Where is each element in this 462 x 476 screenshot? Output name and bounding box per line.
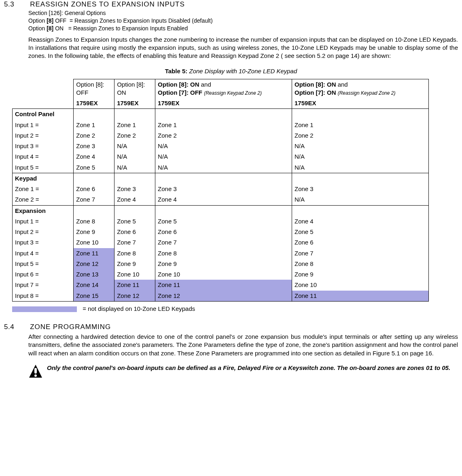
- cell: Zone 3: [114, 184, 155, 194]
- opt-bold: [8]: [47, 25, 53, 32]
- cell: Zone 8: [292, 259, 429, 269]
- cell: Zone 1: [74, 120, 114, 130]
- table-group-title-row: Expansion: [13, 205, 429, 216]
- section-subtitle: Section [126]: General Options: [28, 9, 458, 17]
- cell: Zone 4: [155, 194, 292, 205]
- option-line-off: Option [8] OFF = Reassign Zones to Expan…: [28, 17, 458, 25]
- cell: Zone 8: [114, 248, 155, 259]
- row-label: Input 1 =: [13, 120, 74, 130]
- cell: Zone 5: [292, 227, 429, 237]
- row-label: Input 5 =: [13, 259, 74, 269]
- legend-swatch: [12, 306, 77, 312]
- table-row: Input 4 =Zone 4N/AN/AN/A: [13, 151, 429, 162]
- opt-rest: ON = Reassign Zones to Expansion Inputs …: [53, 25, 188, 32]
- cell: Zone 10: [114, 269, 155, 280]
- cell: Zone 12: [155, 291, 292, 302]
- cell: Zone 3: [74, 141, 114, 151]
- cell: Zone 9: [292, 269, 429, 280]
- section-heading: 5.3 REASSIGN ZONES TO EXPANSION INPUTS: [4, 0, 458, 9]
- table-row: Input 1 =Zone 1Zone 1Zone 1Zone 1: [13, 120, 429, 130]
- opt-rest: OFF = Reassign Zones to Expansion Inputs…: [53, 17, 212, 24]
- table-row: Input 3 =Zone 3N/AN/AN/A: [13, 141, 429, 151]
- section-paragraph: After connecting a hardwired detection d…: [28, 333, 458, 357]
- row-label: Input 5 =: [13, 162, 74, 173]
- cell: Zone 6: [74, 184, 114, 194]
- table-caption: Table 5: Zone Display with 10-Zone LED K…: [4, 67, 458, 75]
- cell: Zone 2: [292, 130, 429, 141]
- table-row: Input 7 =Zone 14Zone 11Zone 11Zone 10: [13, 280, 429, 290]
- row-label: Input 4 =: [13, 248, 74, 259]
- section-title: REASSIGN ZONES TO EXPANSION INPUTS: [30, 0, 185, 9]
- cell: Zone 11: [155, 280, 292, 290]
- cell: N/A: [292, 141, 429, 151]
- cell: N/A: [114, 141, 155, 151]
- warning-icon: [28, 364, 43, 382]
- cell: Zone 2: [74, 130, 114, 141]
- row-label: Input 4 =: [13, 151, 74, 162]
- table-row: Input 4 =Zone 11Zone 8Zone 8Zone 7: [13, 248, 429, 259]
- cell: Zone 10: [155, 269, 292, 280]
- hdr-col1: Option [8]: OFF: [74, 79, 114, 98]
- opt-prefix: Option: [28, 17, 47, 24]
- row-label: Input 2 =: [13, 130, 74, 141]
- hdr-model-3: 1759EX: [155, 98, 292, 109]
- cell: Zone 5: [155, 216, 292, 227]
- zone-display-table: Option [8]: OFF Option [8]: ON Option [8…: [12, 79, 429, 302]
- cell: Zone 3: [155, 184, 292, 194]
- cell: Zone 1: [292, 120, 429, 130]
- table-header-row-1: Option [8]: OFF Option [8]: ON Option [8…: [13, 79, 429, 98]
- cell: Zone 10: [74, 237, 114, 248]
- cell: Zone 6: [292, 237, 429, 248]
- table-row: Input 8 =Zone 15Zone 12Zone 12Zone 11: [13, 291, 429, 302]
- section-number: 5.3: [4, 0, 28, 9]
- section-paragraph: Reassign Zones to Expansion Inputs chang…: [28, 36, 458, 60]
- cell: Zone 2: [114, 130, 155, 141]
- cell: Zone 9: [114, 259, 155, 269]
- opt-prefix: Option: [28, 25, 47, 32]
- row-label: Input 6 =: [13, 269, 74, 280]
- table-row: Input 5 =Zone 5N/AN/AN/A: [13, 162, 429, 173]
- svg-rect-1: [34, 368, 37, 374]
- cell: Zone 7: [74, 194, 114, 205]
- table-row: Input 2 =Zone 9Zone 6Zone 6Zone 5: [13, 227, 429, 237]
- section-title: ZONE PROGRAMMING: [30, 323, 111, 332]
- hdr-model-4: 1759EX: [292, 98, 429, 109]
- cell: Zone 6: [114, 227, 155, 237]
- cell: N/A: [114, 151, 155, 162]
- cell: Zone 7: [114, 237, 155, 248]
- table-group-title-row: Control Panel: [13, 109, 429, 120]
- warning-note: Only the control panel's on-board inputs…: [28, 364, 458, 382]
- caption-bold: Table 5:: [165, 68, 189, 74]
- cell: Zone 4: [74, 151, 114, 162]
- table-row: Zone 1 =Zone 6Zone 3Zone 3Zone 3: [13, 184, 429, 194]
- cell: Zone 7: [155, 237, 292, 248]
- row-label: Input 1 =: [13, 216, 74, 227]
- cell: Zone 6: [155, 227, 292, 237]
- cell: Zone 5: [74, 162, 114, 173]
- cell: Zone 1: [114, 120, 155, 130]
- table-row: Input 2 =Zone 2Zone 2Zone 2Zone 2: [13, 130, 429, 141]
- table-legend: = not displayed on 10-Zone LED Keypads: [12, 305, 458, 313]
- row-label: Input 3 =: [13, 237, 74, 248]
- opt-bold: [8]: [47, 17, 53, 24]
- cell: Zone 8: [74, 216, 114, 227]
- table-row: Input 1 =Zone 8Zone 5Zone 5Zone 4: [13, 216, 429, 227]
- cell: Zone 4: [114, 194, 155, 205]
- cell: N/A: [292, 151, 429, 162]
- cell: Zone 1: [155, 120, 292, 130]
- hdr-model-2: 1759EX: [114, 98, 155, 109]
- cell: N/A: [292, 194, 429, 205]
- cell: Zone 11: [292, 291, 429, 302]
- cell: Zone 3: [292, 184, 429, 194]
- table-row: Input 5 =Zone 12Zone 9Zone 9Zone 8: [13, 259, 429, 269]
- hdr-model-1: 1759EX: [74, 98, 114, 109]
- cell: Zone 5: [114, 216, 155, 227]
- row-label: Zone 1 =: [13, 184, 74, 194]
- cell: Zone 10: [292, 280, 429, 290]
- row-label: Input 7 =: [13, 280, 74, 290]
- table-group-title-row: Keypad: [13, 173, 429, 184]
- cell: Zone 9: [155, 259, 292, 269]
- group-title: Keypad: [13, 173, 74, 184]
- cell: Zone 11: [114, 280, 155, 290]
- cell: Zone 14: [74, 280, 114, 290]
